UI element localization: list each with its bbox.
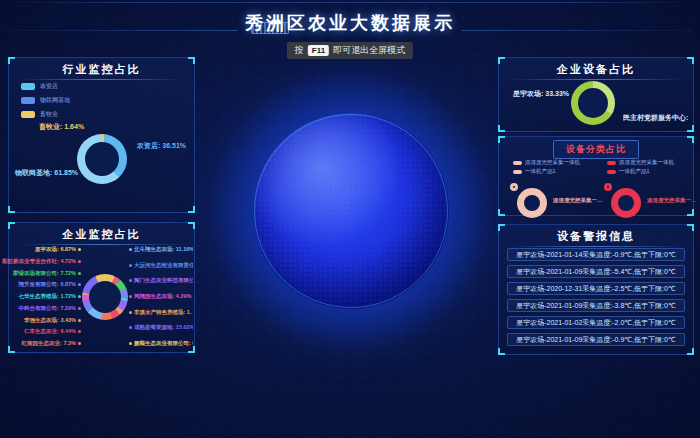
label-text: 仁丰生态农业: 6.44% [24, 328, 76, 335]
legend-item: 物联网基地 [21, 96, 70, 105]
donut-hole [524, 195, 540, 211]
legend-label: 一体机产品1 [619, 168, 650, 175]
legend-label: 温湿度光照采集一体机 [619, 159, 674, 166]
globe [253, 113, 449, 309]
label-dot [78, 307, 81, 310]
top-edge-line [0, 2, 700, 3]
alarm-row: 星宇农场-2021-01-09采集温度:-5.4℃,低于下限:0℃ [507, 265, 685, 278]
legend-label: 一体机产品1 [525, 168, 556, 175]
label-dot [129, 311, 132, 314]
legend-swatch [21, 83, 35, 90]
label-text: 红南园生态农业: 7.3% [22, 340, 76, 347]
label-text: 星宇农场: 6.87% [35, 246, 76, 253]
label-text: 七华生态养殖场: 1.72% [19, 293, 76, 300]
label-text: 家绿农场有限公司: 7.72% [13, 270, 76, 277]
panel-title: 企业监控占比 [9, 227, 194, 242]
tip-prefix: 按 [295, 44, 304, 57]
label-dot [78, 248, 81, 251]
category-donut-2 [611, 188, 641, 218]
enterprise-label: 七华生态养殖场: 1.72% [19, 293, 81, 300]
label-dot [78, 283, 81, 286]
page-title: 秀洲区农业大数据展示 [0, 11, 700, 35]
legend-swatch [513, 170, 522, 174]
legend-item: 温湿度光照采集一体机 [607, 159, 674, 166]
category-chart-2: 温湿度光照采集一体机 一体机产品1 温湿度光照采集一… [599, 158, 693, 213]
donut-hole [618, 195, 634, 211]
label-text: 鹏顺生态农业有限公司: 6.87% [134, 340, 193, 347]
category-title: 设备分类占比 [566, 144, 626, 154]
callout-iot-base: 物联网基地: 61.85% [15, 168, 78, 178]
enterprise-donut-chart [82, 274, 128, 320]
label-text: 陶门生态农业科技有限公 [134, 277, 193, 284]
alarm-row: 星宇农场-2021-01-14采集温度:-0.9℃,低于下限:0℃ [507, 248, 685, 261]
alarm-row: 星宇农场-2021-01-09采集温度:-0.9℃,低于下限:0℃ [507, 333, 685, 346]
label-dot [129, 342, 132, 345]
label-dot [129, 264, 132, 267]
category-chart-1: 温湿度光照采集一体机 一体机产品1 温湿度光照采集一… [505, 158, 599, 213]
legend-swatch [513, 161, 522, 165]
enterprise-label: 鹏顺生态农业有限公司: 6.87% [129, 340, 193, 347]
label-dot [78, 319, 81, 322]
category-callout-1: 温湿度光照采集一… [553, 197, 603, 204]
legend-swatch [607, 170, 616, 174]
label-text: 中科合有限公司: 7.29% [19, 305, 76, 312]
alarm-row: 星宇农场-2020-12-31采集温度:-2.5℃,低于下限:0℃ [507, 282, 685, 295]
category-callout-2: 温湿度光照采集一… [647, 197, 697, 204]
alarm-row: 星宇农场-2021-01-09采集温度:-3.8℃,低于下限:0℃ [507, 299, 685, 312]
callout-xingyu-farm: 星宇农场: 33.33% [513, 89, 569, 99]
enterprise-label: 中科合有限公司: 7.29% [19, 305, 81, 312]
legend-swatch [21, 111, 35, 118]
panel-device-alarms: 设备警报信息 星宇农场-2021-01-14采集温度:-0.9℃,低于下限:0℃… [498, 224, 694, 355]
enterprise-label: 星宇农场: 6.87% [35, 246, 81, 253]
enterprise-label: 家绿农场有限公司: 7.72% [13, 270, 81, 277]
panel-enterprise-device: 企业设备占比 星宇农场: 33.33% 民主村党群服务中心: [498, 57, 694, 132]
category-donut-1 [517, 188, 547, 218]
legend-swatch [21, 97, 35, 104]
enterprise-chart-area: 星宇农场: 6.87% 彩虹桥农业专业合作社: 4.72% 家绿农场有限公司: … [11, 246, 193, 347]
enterprise-label: 丰溪水产特色养殖场: 1. [129, 309, 191, 316]
enterprise-label: 鸿翔园生态农场: 4.29% [129, 293, 191, 300]
label-dot [78, 330, 81, 333]
alarm-list: 星宇农场-2021-01-14采集温度:-0.9℃,低于下限:0℃ 星宇农场-2… [507, 248, 685, 350]
mini-ring-1 [510, 183, 518, 191]
label-text: 北斗翔生态农场: 11.16% [134, 246, 193, 253]
legend-item: 一体机产品1 [513, 168, 580, 175]
enterprise-labels-left: 星宇农场: 6.87% 彩虹桥农业专业合作社: 4.72% 家绿农场有限公司: … [11, 246, 81, 347]
fullscreen-tip: 按 F11 即可退出全屏模式 [287, 42, 413, 59]
mini-ring-2 [604, 183, 612, 191]
enterprise-label: 陶门生态农业科技有限公 [129, 277, 193, 284]
industry-donut-chart [77, 134, 127, 184]
label-text: 翔升发有限公司: 6.87% [19, 281, 76, 288]
enterprise-label: 大运河生态牧业有限责任公 [129, 262, 193, 269]
enterprise-label: 成熟蓝莓资源地: 15.02% [129, 324, 193, 331]
label-dot [129, 326, 132, 329]
legend-item: 农资店 [21, 82, 70, 91]
label-dot [78, 342, 81, 345]
legend-label: 畜牧业 [40, 110, 58, 119]
category-title-box: 设备分类占比 [553, 140, 639, 159]
enterprise-label: 翔升发有限公司: 6.87% [19, 281, 81, 288]
label-text: 彩虹桥农业专业合作社: 4.72% [2, 258, 76, 265]
label-text: 大运河生态牧业有限责任公 [134, 262, 193, 269]
industry-legend: 农资店 物联网基地 畜牧业 [21, 82, 70, 124]
donut-hole [578, 88, 608, 118]
legend-label: 温湿度光照采集一体机 [525, 159, 580, 166]
label-dot [78, 260, 81, 263]
enterprise-label: 北斗翔生态农场: 11.16% [129, 246, 193, 253]
tip-suffix: 即可退出全屏模式 [333, 44, 405, 57]
label-dot [78, 272, 81, 275]
category-charts: 温湿度光照采集一体机 一体机产品1 温湿度光照采集一… [505, 158, 693, 213]
label-text: 成熟蓝莓资源地: 15.02% [134, 324, 193, 331]
enterprise-label: 李强生态农场: 3.43% [24, 317, 81, 324]
legend-swatch [607, 161, 616, 165]
label-text: 鸿翔园生态农场: 4.29% [134, 293, 191, 300]
callout-minzhu-center: 民主村党群服务中心: [623, 113, 688, 123]
enterprise-labels-right: 北斗翔生态农场: 11.16% 大运河生态牧业有限责任公 陶门生态农业科技有限公 [129, 246, 193, 347]
f11-key: F11 [308, 45, 329, 56]
panel-title: 行业监控占比 [9, 62, 194, 77]
legend-item: 温湿度光照采集一体机 [513, 159, 580, 166]
alarm-row: 星宇农场-2021-01-02采集温度:-2.0℃,低于下限:0℃ [507, 316, 685, 329]
legend-item: 畜牧业 [21, 110, 70, 119]
label-text: 李强生态农场: 3.43% [24, 317, 76, 324]
label-dot [129, 295, 132, 298]
